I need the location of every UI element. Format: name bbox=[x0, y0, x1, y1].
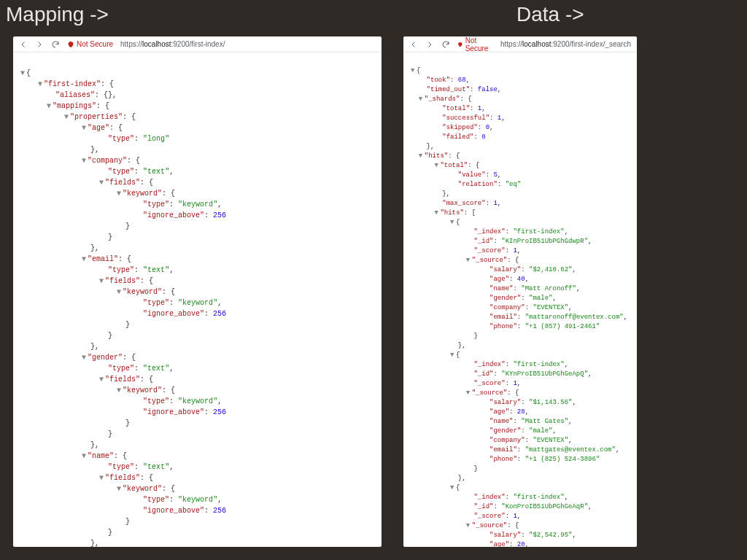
forward-button[interactable] bbox=[425, 40, 434, 49]
address-bar[interactable]: https://localhost:9200/first-index/_sear… bbox=[500, 40, 631, 48]
security-badge[interactable]: Not Secure bbox=[457, 36, 493, 52]
section-title-data: Data -> bbox=[516, 3, 584, 26]
security-badge[interactable]: Not Secure bbox=[67, 40, 113, 48]
back-button[interactable] bbox=[409, 40, 418, 49]
browser-toolbar: Not Secure https://localhost:9200/first-… bbox=[403, 36, 637, 52]
forward-button[interactable] bbox=[35, 40, 44, 49]
json-viewer-data: ▼{ "took": 68, "timed_out": false, ▼"_sh… bbox=[403, 52, 637, 547]
address-bar[interactable]: https://localhost:9200/first-index/ bbox=[120, 40, 225, 48]
reload-button[interactable] bbox=[441, 40, 450, 49]
data-browser: Not Secure https://localhost:9200/first-… bbox=[403, 36, 637, 547]
json-viewer-mapping: ▼{ ▼"first-index": { "aliases": {}, ▼"ma… bbox=[13, 52, 382, 547]
reload-button[interactable] bbox=[51, 40, 60, 49]
browser-toolbar: Not Secure https://localhost:9200/first-… bbox=[13, 36, 382, 52]
mapping-browser: Not Secure https://localhost:9200/first-… bbox=[13, 36, 382, 547]
back-button[interactable] bbox=[19, 40, 28, 49]
section-title-mapping: Mapping -> bbox=[6, 3, 516, 26]
